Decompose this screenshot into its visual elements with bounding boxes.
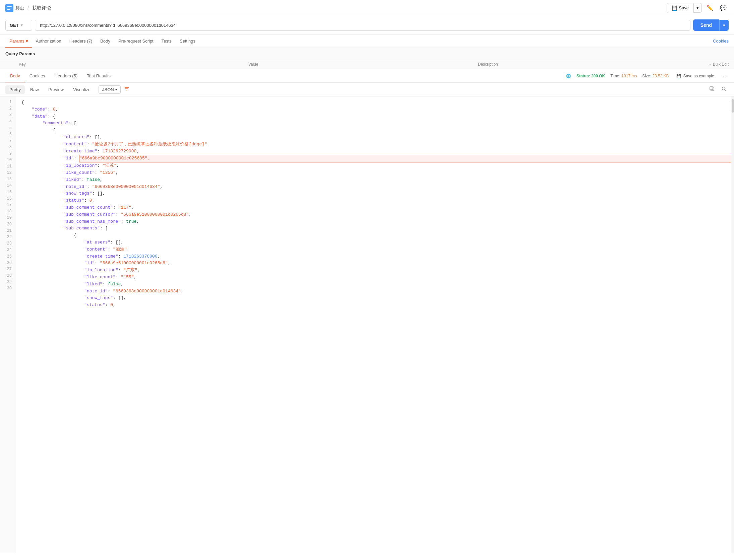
save-example-icon: 💾: [676, 74, 681, 78]
filter-icon: [124, 86, 129, 91]
response-test-results-label: Test Results: [87, 73, 111, 78]
page-title: 获取评论: [32, 5, 51, 11]
time-info: Time: 1017 ms: [610, 74, 637, 78]
params-table-header: Key Value Description ··· Bulk Edit: [0, 60, 734, 69]
format-tab-raw[interactable]: Raw: [26, 85, 43, 94]
filter-icon-button[interactable]: [122, 85, 131, 94]
svg-rect-7: [710, 87, 713, 90]
url-input[interactable]: http://127.0.0.1:8080/xhs/comments?id=66…: [35, 20, 690, 31]
response-tab-body[interactable]: Body: [5, 70, 25, 82]
top-bar: 爬虫 / 获取评论 💾 Save ▾ ✏️ 💬: [0, 0, 734, 16]
scrollbar-thumb: [732, 99, 734, 113]
method-label: GET: [10, 23, 19, 28]
svg-line-9: [725, 90, 726, 91]
status-badge: Status: 200 OK: [576, 74, 605, 78]
cookies-link[interactable]: Cookies: [713, 39, 729, 44]
tab-params[interactable]: Params: [5, 35, 32, 48]
save-label: Save: [679, 5, 689, 10]
request-tabs: Params Authorization Headers (7) Body Pr…: [0, 34, 734, 48]
format-type-select[interactable]: JSON ▾: [99, 85, 121, 94]
chevron-down-icon: ▾: [696, 5, 699, 10]
response-headers-label: Headers (5): [55, 73, 78, 78]
json-viewer: 1234567891011121314151617181920212223242…: [0, 96, 734, 553]
format-tab-visualize[interactable]: Visualize: [69, 85, 95, 94]
response-body-label: Body: [10, 73, 20, 78]
tab-settings[interactable]: Settings: [176, 35, 199, 48]
bulk-edit-label: Bulk Edit: [713, 62, 729, 67]
method-chevron-icon: ▾: [21, 23, 23, 27]
format-tab-preview[interactable]: Preview: [44, 85, 68, 94]
send-chevron-icon: ▾: [723, 23, 725, 28]
tab-tests[interactable]: Tests: [158, 35, 176, 48]
comment-button[interactable]: 💬: [718, 3, 729, 13]
status-info: 🌐 Status: 200 OK Time: 1017 ms Size: 23.…: [566, 72, 729, 80]
format-tab-pretty[interactable]: Pretty: [5, 85, 25, 94]
format-chevron-icon: ▾: [115, 88, 117, 91]
params-dot: [26, 40, 28, 42]
search-icon: [721, 86, 727, 91]
url-bar: GET ▾ http://127.0.0.1:8080/xhs/comments…: [0, 16, 734, 34]
tab-headers[interactable]: Headers (7): [65, 35, 97, 48]
svg-rect-0: [7, 6, 12, 7]
tab-params-label: Params: [9, 39, 24, 44]
globe-icon: 🌐: [566, 74, 571, 78]
size-info: Size: 23.52 KB: [642, 74, 669, 78]
value-col-header: Value: [248, 62, 478, 67]
tab-tests-label: Tests: [162, 39, 172, 44]
response-tab-test-results[interactable]: Test Results: [82, 70, 115, 82]
send-dropdown-button[interactable]: ▾: [719, 20, 729, 31]
format-bar: Pretty Raw Preview Visualize JSON ▾: [0, 83, 734, 96]
save-icon: 💾: [672, 5, 677, 11]
query-params-header: Query Params: [0, 48, 734, 60]
svg-rect-1: [7, 8, 12, 8]
response-cookies-label: Cookies: [29, 73, 45, 78]
more-icon: ···: [708, 62, 711, 67]
response-tabs-row: Body Cookies Headers (5) Test Results 🌐 …: [0, 69, 734, 83]
tab-settings-label: Settings: [180, 39, 195, 44]
response-tab-cookies[interactable]: Cookies: [25, 70, 50, 82]
key-col-header: Key: [19, 62, 248, 67]
app-logo: 爬虫 / 获取评论: [5, 4, 51, 12]
logo-icon: [5, 4, 13, 12]
json-content[interactable]: { "code": 0, "data": { "comments": [ { "…: [16, 96, 731, 553]
tab-body-label: Body: [100, 39, 110, 44]
time-value: 1017 ms: [621, 74, 637, 78]
tab-headers-label: Headers (7): [69, 39, 93, 44]
response-tab-headers[interactable]: Headers (5): [50, 70, 82, 82]
response-section: Body Cookies Headers (5) Test Results 🌐 …: [0, 69, 734, 553]
size-value: 23.52 KB: [652, 74, 669, 78]
copy-icon: [709, 86, 715, 91]
tab-authorization[interactable]: Authorization: [32, 35, 65, 48]
tab-body[interactable]: Body: [96, 35, 114, 48]
app-name: 爬虫: [15, 5, 24, 11]
line-numbers: 1234567891011121314151617181920212223242…: [0, 96, 16, 553]
save-example-label: Save as example: [683, 74, 714, 78]
svg-rect-2: [7, 9, 10, 10]
save-button[interactable]: 💾 Save: [667, 3, 694, 13]
send-button[interactable]: Send: [693, 19, 719, 31]
format-type-label: JSON: [102, 87, 114, 92]
edit-button[interactable]: ✏️: [705, 3, 715, 13]
checkbox-col: [5, 62, 19, 67]
format-right-actions: [707, 85, 729, 94]
more-options-button[interactable]: ···: [722, 72, 729, 80]
copy-button[interactable]: [707, 85, 717, 94]
desc-col-header: Description: [478, 62, 708, 67]
send-button-group: Send ▾: [693, 19, 729, 31]
save-example-button[interactable]: 💾 Save as example: [674, 72, 716, 80]
search-button[interactable]: [719, 85, 729, 94]
bulk-edit-header[interactable]: ··· Bulk Edit: [708, 62, 729, 67]
save-dropdown-button[interactable]: ▾: [694, 3, 702, 13]
breadcrumb-sep: /: [27, 5, 29, 10]
tab-prerequest-label: Pre-request Script: [118, 39, 154, 44]
svg-point-8: [722, 87, 725, 90]
top-bar-actions: 💾 Save ▾ ✏️ 💬: [667, 3, 729, 13]
tab-prerequest[interactable]: Pre-request Script: [114, 35, 158, 48]
method-select[interactable]: GET ▾: [5, 20, 32, 31]
scrollbar-track[interactable]: [731, 96, 734, 553]
tab-auth-label: Authorization: [36, 39, 61, 44]
